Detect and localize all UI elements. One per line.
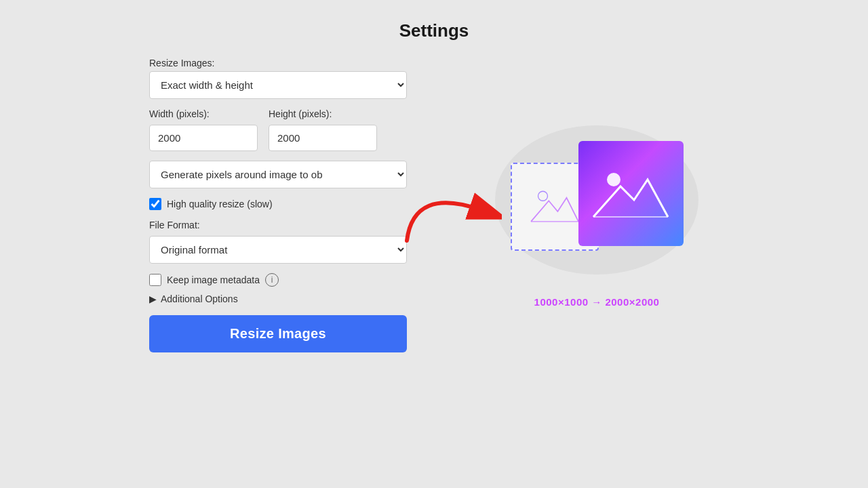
file-format-select[interactable]: Original format JPEG PNG GIF WebP	[149, 236, 407, 264]
resize-images-section: Resize Images: Exact width & height Scal…	[149, 58, 420, 99]
width-label: Width (pixels):	[149, 108, 258, 119]
keep-metadata-row: Keep image metadata i	[149, 273, 420, 287]
preview-large-image	[578, 141, 684, 246]
gradient-bg	[578, 141, 684, 246]
height-field: Height (pixels):	[269, 108, 377, 151]
method-select[interactable]: Generate pixels around image to ob Crop …	[149, 161, 407, 188]
svg-point-2	[607, 173, 620, 186]
keep-metadata-label: Keep image metadata	[167, 274, 260, 285]
info-icon[interactable]: i	[265, 273, 279, 287]
dimension-label: 1000×1000 → 2000×2000	[534, 296, 660, 308]
height-label: Height (pixels):	[269, 108, 377, 119]
resize-images-select[interactable]: Exact width & height Scale by percent Sc…	[149, 71, 407, 99]
high-quality-label: High quality resize (slow)	[167, 199, 273, 209]
mountain-svg-large-svg	[590, 159, 671, 227]
svg-point-0	[538, 191, 547, 201]
page-wrapper: Settings Resize Images: Exact width & he…	[0, 0, 868, 488]
triangle-icon: ▶	[149, 293, 157, 304]
high-quality-row: High quality resize (slow)	[149, 198, 420, 210]
width-field: Width (pixels):	[149, 108, 258, 151]
method-section: Generate pixels around image to ob Crop …	[149, 161, 420, 188]
left-panel: Resize Images: Exact width & height Scal…	[149, 58, 420, 352]
high-quality-checkbox[interactable]	[149, 198, 161, 210]
mountain-svg-small	[524, 183, 585, 230]
right-panel: 1000×1000 → 2000×2000	[475, 112, 719, 308]
keep-metadata-checkbox[interactable]	[149, 274, 161, 286]
resize-images-label: Resize Images:	[149, 58, 420, 68]
content-row: Resize Images: Exact width & height Scal…	[149, 58, 719, 352]
resize-images-button[interactable]: Resize Images	[149, 315, 407, 352]
additional-options-label: Additional Options	[161, 293, 238, 304]
height-input[interactable]	[269, 125, 377, 151]
preview-area	[475, 112, 719, 288]
page-title: Settings	[0, 20, 868, 41]
dimensions-row: Width (pixels): Height (pixels):	[149, 108, 420, 151]
file-format-section: File Format: Original format JPEG PNG GI…	[149, 220, 420, 264]
width-input[interactable]	[149, 125, 258, 151]
file-format-label: File Format:	[149, 220, 420, 230]
main-content: Settings Resize Images: Exact width & he…	[0, 0, 868, 488]
additional-options[interactable]: ▶ Additional Options	[149, 293, 420, 304]
